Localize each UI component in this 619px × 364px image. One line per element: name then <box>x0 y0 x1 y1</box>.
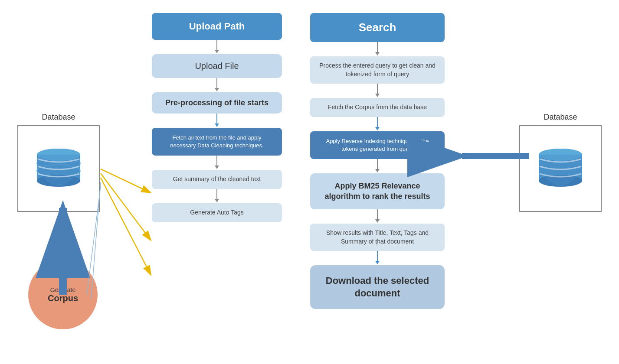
sarrow-5 <box>377 209 378 220</box>
corpus-label-bottom: Corpus <box>48 293 78 303</box>
sarrow-2 <box>377 84 378 94</box>
right-database-box <box>519 125 602 212</box>
search-button[interactable]: Search <box>310 13 445 42</box>
corpus-label-top: Generate <box>50 286 75 293</box>
sarrow-4 <box>377 159 378 170</box>
upload-file-button[interactable]: Upload File <box>152 54 282 78</box>
arrow-2 <box>216 78 217 89</box>
upload-column: Upload Path Upload File Pre-processing o… <box>147 13 286 222</box>
arrow-5 <box>216 189 217 200</box>
generate-corpus-circle: Generate Corpus <box>28 260 98 329</box>
search-column: Search Process the entered query to get … <box>304 13 451 309</box>
upload-path-button[interactable]: Upload Path <box>152 13 282 40</box>
left-database-label: Database <box>17 113 100 122</box>
right-database-section: Database <box>519 113 602 212</box>
bm25-button[interactable]: Apply BM25 Relevance algorithm to rank t… <box>310 173 445 209</box>
arrow-4 <box>216 156 217 166</box>
reverse-indexing-button[interactable]: Apply Reverse Indexing technique on the … <box>310 131 445 159</box>
process-query-button[interactable]: Process the entered query to get clean a… <box>310 56 445 84</box>
svg-line-17 <box>101 178 151 275</box>
right-database-label: Database <box>519 113 602 122</box>
svg-line-15 <box>101 169 151 193</box>
left-database-section: Database <box>17 113 100 212</box>
right-database-icon <box>534 147 586 190</box>
sarrow-1 <box>377 42 378 53</box>
get-summary-button[interactable]: Get summary of the cleaned text <box>152 170 282 189</box>
left-database-box <box>17 125 100 212</box>
fetch-text-button[interactable]: Fetch all text from the file and apply n… <box>152 128 282 156</box>
sarrow-3 <box>377 117 378 128</box>
download-button[interactable]: Download the selected document <box>310 265 445 309</box>
left-database-icon <box>33 147 85 190</box>
generate-tags-button[interactable]: Generate Auto Tags <box>152 203 282 222</box>
show-results-button[interactable]: Show results with Title, Text, Tags and … <box>310 224 445 251</box>
diagram-container: Database Database <box>0 0 619 364</box>
arrow-1 <box>216 40 217 51</box>
sarrow-6 <box>377 251 378 262</box>
arrow-3 <box>216 114 217 124</box>
svg-line-16 <box>101 173 151 240</box>
fetch-corpus-button[interactable]: Fetch the Corpus from the data base <box>310 98 445 117</box>
preprocessing-button[interactable]: Pre-processing of file starts <box>152 92 282 114</box>
